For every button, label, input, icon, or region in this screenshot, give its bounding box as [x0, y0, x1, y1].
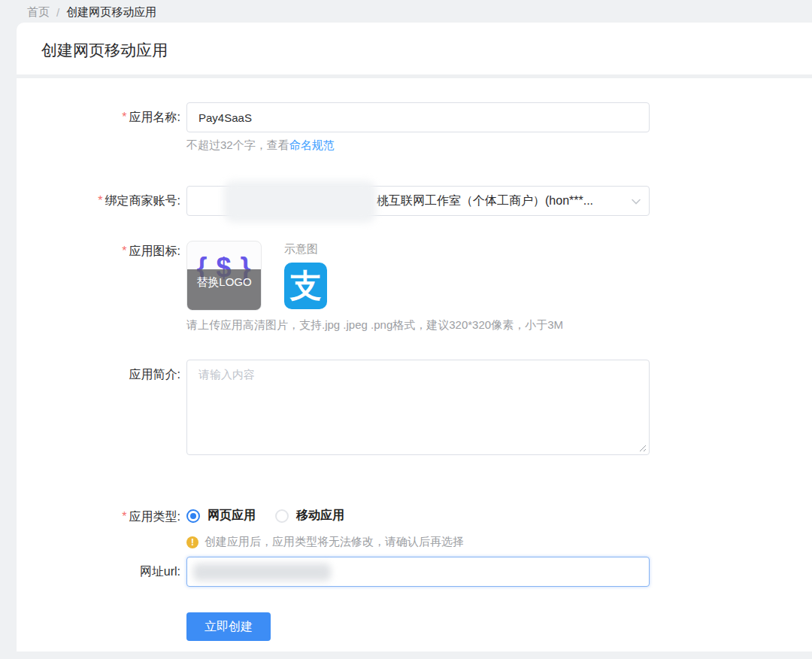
radio-option-mobile-app[interactable]: 移动应用	[275, 508, 344, 524]
app-type-label: *应用类型:	[17, 509, 180, 549]
app-description-textarea[interactable]	[186, 360, 650, 455]
required-marker: *	[122, 244, 126, 257]
breadcrumb-current-page: 创建网页移动应用	[66, 5, 156, 20]
radio-option-label: 移动应用	[296, 508, 344, 524]
privacy-blur-overlay	[193, 563, 331, 581]
naming-spec-link[interactable]: 命名规范	[289, 138, 335, 151]
form-row-app-name: *应用名称: 不超过32个字，查看命名规范	[17, 102, 812, 153]
merchant-account-select[interactable]: 桃互联网工作室（个体工商户）(hon***...	[186, 186, 650, 216]
form-row-site-url: 网址url:	[17, 557, 812, 587]
form-row-app-type: *应用类型: 网页应用 移动应用 ! 创建应用后，应用类型将无法修改，请确认后再…	[17, 508, 812, 549]
app-icon-hint: 请上传应用高清图片，支持.jpg .jpeg .png格式，建议320*320像…	[186, 318, 563, 333]
app-name-label: *应用名称:	[17, 102, 180, 153]
form-row-app-description: 应用简介:	[17, 360, 812, 455]
replace-logo-button[interactable]: 替换LOGO	[187, 269, 261, 310]
app-type-warning-text: 创建应用后，应用类型将无法修改，请确认后再选择	[205, 535, 464, 549]
example-label: 示意图	[284, 241, 327, 257]
header-divider	[17, 74, 812, 78]
radio-selected-icon[interactable]	[186, 509, 200, 523]
app-icon-label: *应用图标:	[17, 244, 180, 311]
form-row-app-icon: *应用图标: { $ } 替换LOGO 示意图 支 请上传应用高清图片，支持.j…	[17, 241, 812, 311]
page-title: 创建网页移动应用	[41, 40, 168, 61]
breadcrumb-home-link[interactable]: 首页	[27, 5, 50, 20]
merchant-account-value: 桃互联网工作室（个体工商户）(hon***...	[377, 187, 593, 215]
radio-unselected-icon[interactable]	[275, 509, 289, 523]
create-now-button[interactable]: 立即创建	[186, 612, 271, 641]
site-url-control	[186, 557, 650, 587]
breadcrumb-separator: /	[56, 6, 59, 19]
app-description-label: 应用简介:	[17, 367, 180, 455]
app-name-hint: 不超过32个字，查看命名规范	[186, 138, 650, 153]
alipay-example-icon: 支	[284, 263, 327, 309]
chevron-down-icon	[631, 196, 641, 207]
exclamation-circle-icon: !	[186, 536, 198, 548]
app-name-hint-text: 不超过32个字，查看	[186, 138, 289, 151]
radio-option-label: 网页应用	[208, 508, 256, 524]
app-type-control: 网页应用 移动应用 ! 创建应用后，应用类型将无法修改，请确认后再选择	[186, 508, 650, 549]
textarea-wrapper	[186, 360, 650, 455]
main-card: 创建网页移动应用 *应用名称: 不超过32个字，查看命名规范 *绑定商家账号: …	[17, 23, 812, 651]
app-description-control	[186, 360, 650, 455]
breadcrumb: 首页 / 创建网页移动应用	[27, 5, 156, 20]
app-type-radio-group: 网页应用 移动应用	[186, 508, 650, 524]
required-marker: *	[122, 111, 126, 123]
icon-example: 示意图 支	[284, 241, 327, 309]
merchant-account-label: *绑定商家账号:	[17, 186, 180, 216]
logo-upload-box[interactable]: { $ } 替换LOGO	[186, 241, 262, 311]
app-name-input[interactable]	[186, 102, 650, 132]
app-icon-control: { $ } 替换LOGO 示意图 支 请上传应用高清图片，支持.jpg .jpe…	[186, 241, 650, 311]
site-url-label: 网址url:	[17, 557, 180, 587]
required-marker: *	[122, 510, 126, 523]
merchant-account-control: 桃互联网工作室（个体工商户）(hon***...	[186, 186, 650, 216]
form-row-merchant-account: *绑定商家账号: 桃互联网工作室（个体工商户）(hon***...	[17, 186, 812, 216]
required-marker: *	[98, 194, 102, 207]
privacy-blur-overlay	[223, 181, 377, 223]
app-type-warning: ! 创建应用后，应用类型将无法修改，请确认后再选择	[186, 535, 650, 549]
radio-option-web-app[interactable]: 网页应用	[186, 508, 256, 524]
app-name-control: 不超过32个字，查看命名规范	[186, 102, 650, 153]
